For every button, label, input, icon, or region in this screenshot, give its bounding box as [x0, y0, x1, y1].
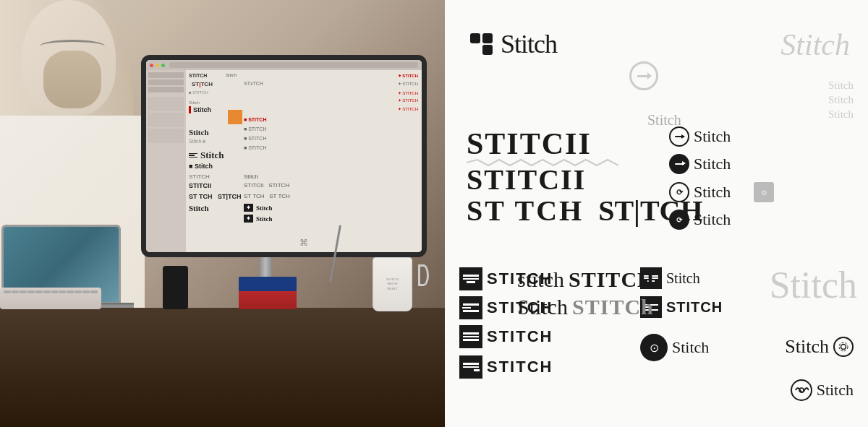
sq-line: [463, 332, 479, 335]
key: [51, 290, 59, 293]
canvas-logo: Stitch⊕: [189, 139, 206, 145]
stitch-list-3: Stitch: [828, 108, 854, 121]
logo-icon-row3: ⟳ Stitch: [669, 182, 731, 202]
filled-circle-icon-2: ⟳: [669, 210, 689, 230]
circle-arrow-icon: [629, 61, 658, 90]
canvas-logo-bottom: Stitch: [189, 204, 209, 212]
stitch-lower: stitch: [517, 267, 564, 292]
icon-part: [482, 45, 493, 55]
sq-line: [463, 275, 479, 277]
canvas-logo: ■ STITCH: [244, 136, 266, 141]
sq-line: [463, 278, 479, 280]
canvas-logo: ■ Stitch: [189, 163, 213, 170]
gear-svg: [837, 340, 850, 353]
canvas-logo: STITCII: [189, 182, 211, 189]
canvas-logo-bottom2: ✦ Stitch: [244, 204, 273, 212]
sq-line: [463, 310, 479, 312]
circle-gear-icon: ⟳: [669, 182, 689, 202]
stitcH-upper: STITCh: [572, 295, 654, 319]
stitch-sans-mid-1: STITCH: [666, 299, 723, 316]
screen-toolbar: [146, 60, 422, 70]
screen-main: STITCH Stitch ✦ STITCH ST|TCH STxTCH ✦ S…: [146, 70, 422, 252]
canvas-logo: ■ STITCH: [189, 90, 208, 95]
photo-panel: STITCH Stitch ✦ STITCH ST|TCH STxTCH ✦ S…: [0, 0, 445, 427]
logo-light-large-text: Stitch: [780, 27, 850, 62]
canvas-logo: STITCII STITCH: [244, 182, 289, 189]
gray-sq: ⊙: [754, 182, 774, 202]
canvas-logo: STITCH: [189, 173, 210, 180]
gear-circle-icon: [833, 337, 854, 357]
stitch-text-4: Stitch: [694, 210, 731, 229]
key: [27, 290, 35, 293]
logo-sq-stitch-3: STITCH: [459, 325, 553, 348]
canvas-logo: Stitch: [189, 100, 200, 105]
sq-line: [463, 336, 479, 338]
arrow-head: [647, 72, 652, 79]
mug-handle: [418, 264, 429, 286]
canvas-logo: ■ STITCH: [244, 117, 266, 122]
stitch-text: Stitch: [694, 127, 731, 146]
canvas-logo: ■ STITCH: [244, 126, 266, 131]
sb-item: [148, 87, 184, 92]
imac-body: STITCH Stitch ✦ STITCH ST|TCH STxTCH ✦ S…: [141, 55, 427, 257]
stitch-upper: STITCH: [569, 267, 655, 292]
canvas-logo: ✦ STITCH: [398, 73, 418, 78]
logo-light-stitch-bottom: Stitch: [770, 264, 857, 306]
canvas-logo: ✦ STITCH: [398, 106, 418, 111]
logo-stitch-caps-2: STITCII: [467, 163, 586, 197]
logo-gear-stitch: Stitch: [785, 336, 854, 358]
stitch-icon-main: [470, 33, 496, 55]
canvas-logo-large: Stitch: [189, 128, 209, 137]
canvas-logo-stitch: Stitch: [189, 106, 211, 113]
canvas-logo: ✦ STITCH: [398, 90, 418, 95]
logo-circle-arrow: [629, 61, 658, 90]
key: [12, 290, 19, 293]
logo-wave-stitch: Stitch: [791, 379, 854, 401]
arrow-line: [637, 75, 650, 77]
stitch-small-list: Stitch Stitch Stitch: [828, 79, 854, 121]
canvas-logo: ✦ STITCH: [398, 81, 418, 86]
wave-circle-icon: [791, 379, 812, 401]
arrow: [681, 134, 685, 139]
stitch-text-3: Stitch: [694, 183, 731, 202]
gray-square-icon: ⊙: [754, 182, 774, 202]
sq-line-short: [474, 369, 480, 371]
key: [4, 290, 11, 293]
max-dot: [161, 64, 165, 67]
canvas-logo: STxTCH: [244, 81, 263, 86]
arrow-white: [682, 161, 686, 165]
key: [20, 290, 27, 293]
wave-svg: [794, 383, 809, 397]
sq-line: [463, 363, 479, 365]
logo-icon-row1: Stitch: [669, 126, 731, 147]
glasses: [40, 40, 105, 53]
stitch-wave-text: Stitch: [817, 381, 854, 400]
svg-point-0: [841, 345, 846, 350]
key: [43, 290, 51, 293]
logo-mixed-block: stitch STITCH Stitch STITCh: [517, 267, 655, 319]
stitch-st-tch-1: ST TCH: [467, 194, 584, 228]
logo-exploration-panel: Stitch Stitch Stitch Stitch Stitch STITC…: [445, 0, 868, 427]
canvas-logo: ST TCH ST TCH: [244, 193, 290, 199]
books-stack: [239, 277, 297, 309]
stitch-gray-text: Stitch: [647, 112, 681, 128]
logo-stitch-caps-1: STITCII: [467, 126, 626, 167]
canvas-logo: ■ STITCH: [244, 145, 266, 150]
sq-icon-3: [459, 325, 482, 348]
key: [35, 290, 43, 293]
thread-glyph: ⊙: [650, 341, 659, 355]
stitch-light-large-bottom: Stitch: [770, 264, 857, 306]
logo-dark-circle-stitch: ⊙ Stitch: [640, 334, 709, 361]
mixed-row-2: Stitch STITCh: [517, 295, 655, 319]
stitch-list-2: Stitch: [828, 94, 854, 106]
circle-dash-icon-1: [669, 126, 689, 147]
desk-surface: [0, 308, 445, 427]
canvas-logo: Stitch: [244, 173, 258, 180]
screen-sidebar: [146, 70, 186, 252]
sb-panel: [148, 97, 184, 111]
canvas-logo: ST TCH ST|TCH: [189, 193, 242, 200]
sq-icon-1: [459, 267, 482, 290]
phone-device: [163, 266, 188, 309]
toolbar-bar: [169, 62, 418, 68]
book-top: [239, 277, 297, 291]
